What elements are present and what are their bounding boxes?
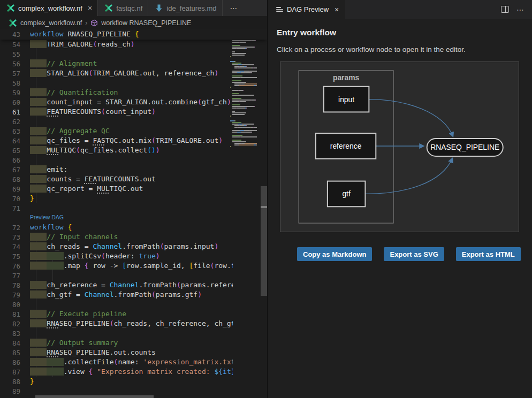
- line-number: 63: [0, 127, 30, 135]
- tab-complex_workflow-nf[interactable]: complex_workflow.nf×: [0, 0, 98, 16]
- code-line-62[interactable]: 62: [0, 117, 267, 126]
- line-number: 71: [0, 204, 30, 212]
- line-number: 84: [0, 339, 30, 347]
- code-line-64[interactable]: 64 qc_files = FASTQC.out.mix(TRIM_GALORE…: [0, 136, 267, 146]
- vertical-scrollbar[interactable]: [261, 186, 267, 296]
- split-editor-icon[interactable]: [501, 6, 509, 13]
- line-number: 64: [0, 137, 30, 145]
- line-number: 86: [0, 358, 30, 366]
- copy-as-markdown-button[interactable]: Copy as Markdown: [297, 247, 372, 261]
- panel-description: Click on a process or workflow node to o…: [277, 45, 523, 53]
- code-line-86[interactable]: 86 .collectFile(name: 'expression_matrix…: [0, 357, 267, 367]
- code-line-80[interactable]: 80: [0, 300, 267, 309]
- code-line-88[interactable]: 88}: [0, 377, 267, 386]
- code-line-72[interactable]: 72workflow {: [0, 223, 267, 232]
- sticky-scroll-line[interactable]: 43workflow RNASEQ_PIPELINE {: [0, 29, 267, 40]
- app-window: complex_workflow.nf×fastqc.nfide_feature…: [0, 0, 532, 398]
- codelens-preview-dag[interactable]: Preview DAG: [0, 213, 267, 223]
- code-line-58[interactable]: 58: [0, 78, 267, 88]
- export-button-row: Copy as Markdown Export as SVG Export as…: [297, 247, 523, 261]
- editor-tab-bar: complex_workflow.nf×fastqc.nfide_feature…: [0, 0, 267, 16]
- code-line-83[interactable]: 83: [0, 328, 267, 338]
- line-number: 85: [0, 349, 30, 357]
- line-number: 78: [0, 281, 30, 289]
- tab-dag-preview[interactable]: DAG Preview ×: [268, 0, 345, 19]
- code-line-60[interactable]: 60 count_input = STAR_ALIGN.out.combine(…: [0, 97, 267, 107]
- more-actions-icon[interactable]: ⋯: [516, 5, 525, 14]
- tab-ide_features-md[interactable]: ide_features.md: [148, 0, 222, 16]
- code-line-57[interactable]: 57 STAR_ALIGN(TRIM_GALORE.out, reference…: [0, 68, 267, 78]
- code-line-82[interactable]: 82 RNASEQ_PIPELINE(ch_reads, ch_referenc…: [0, 319, 267, 328]
- code-line-78[interactable]: 78 ch_reference = Channel.fromPath(param…: [0, 280, 267, 290]
- line-number: 70: [0, 195, 30, 203]
- code-line-65[interactable]: 65 MULTIQC(qc_files.collect()): [0, 146, 267, 155]
- code-line-74[interactable]: 74 ch_reads = Channel.fromPath(params.in…: [0, 242, 267, 251]
- line-number: 73: [0, 233, 30, 241]
- code-line-89[interactable]: 89: [0, 386, 267, 396]
- line-number: 66: [0, 156, 30, 164]
- node-reference-label: reference: [330, 142, 362, 150]
- code-line-69[interactable]: 69 qc_report = MULTIQC.out: [0, 184, 267, 194]
- code-line-79[interactable]: 79 ch_gtf = Channel.fromPath(params.gtf): [0, 290, 267, 300]
- code-line-54[interactable]: 54 TRIM_GALORE(reads_ch): [0, 40, 267, 49]
- line-number: 54: [0, 41, 30, 49]
- code-line-67[interactable]: 67 emit:: [0, 165, 267, 174]
- code-line-56[interactable]: 56 // Alignment: [0, 59, 267, 68]
- code-line-59[interactable]: 59 // Quantification: [0, 88, 267, 97]
- line-number: 87: [0, 368, 30, 376]
- node-reference[interactable]: reference: [316, 133, 376, 159]
- tab-label: fastqc.nf: [116, 4, 142, 12]
- export-as-svg-button[interactable]: Export as SVG: [384, 247, 444, 261]
- tab-fastqc-nf[interactable]: fastqc.nf: [98, 0, 148, 16]
- sticky-line[interactable]: 43workflow RNASEQ_PIPELINE {: [0, 29, 267, 39]
- horizontal-scrollbar[interactable]: [35, 395, 154, 398]
- code-line-76[interactable]: 76 .map { row -> [row.sample_id, [file(r…: [0, 261, 267, 271]
- line-number: 60: [0, 98, 30, 106]
- code-line-81[interactable]: 81 // Execute pipeline: [0, 309, 267, 319]
- code-line-61[interactable]: 61 FEATURECOUNTS(count_input): [0, 107, 267, 117]
- code-line-55[interactable]: 55: [0, 49, 267, 59]
- code-line-73[interactable]: 73 // Input channels: [0, 232, 267, 242]
- node-input[interactable]: input: [324, 87, 369, 112]
- code-line-77[interactable]: 77: [0, 271, 267, 280]
- line-number: 62: [0, 118, 30, 126]
- node-rnaseq-pipeline[interactable]: RNASEQ_PIPELINE: [427, 139, 503, 156]
- code-line-84[interactable]: 84 // Output summary: [0, 338, 267, 348]
- code-line-71[interactable]: 71: [0, 203, 267, 213]
- panel-content: Entry workflow Click on a process or wor…: [268, 19, 532, 270]
- node-gtf[interactable]: gtf: [328, 181, 366, 207]
- code-line-68[interactable]: 68 counts = FEATURECOUNTS.out: [0, 174, 267, 184]
- line-number: 58: [0, 79, 30, 87]
- line-number: 83: [0, 330, 30, 338]
- line-number: 79: [0, 291, 30, 299]
- line-number: 75: [0, 252, 30, 261]
- code-line-70[interactable]: 70}: [0, 194, 267, 203]
- code-line-85[interactable]: 85 RNASEQ_PIPELINE.out.counts: [0, 348, 267, 357]
- breadcrumb-file[interactable]: complex_workflow.nf: [20, 19, 82, 27]
- line-number: 56: [0, 60, 30, 68]
- line-number: 77: [0, 272, 30, 280]
- line-number: 74: [0, 243, 30, 251]
- nextflow-icon: [6, 4, 15, 12]
- panel-tab-close-icon[interactable]: ×: [335, 5, 339, 14]
- code-line-66[interactable]: 66: [0, 155, 267, 165]
- symbol-cube-icon: [90, 19, 98, 27]
- tab-close-icon[interactable]: ×: [88, 4, 92, 12]
- nextflow-icon: [9, 19, 17, 27]
- line-number: 69: [0, 185, 30, 193]
- line-number: 82: [0, 320, 30, 328]
- node-gtf-label: gtf: [342, 189, 351, 198]
- panel-tab-bar: DAG Preview × ⋯: [268, 0, 532, 19]
- export-as-html-button[interactable]: Export as HTML: [456, 247, 521, 261]
- minimap[interactable]: [230, 30, 260, 398]
- code-line-63[interactable]: 63 // Aggregate QC: [0, 126, 267, 136]
- panel-heading: Entry workflow: [277, 28, 523, 37]
- code-lines: 54 TRIM_GALORE(reads_ch)5556 // Alignmen…: [0, 40, 267, 396]
- breadcrumb-symbol[interactable]: workflow RNASEQ_PIPELINE: [101, 19, 191, 27]
- breadcrumb[interactable]: complex_workflow.nf › workflow RNASEQ_PI…: [0, 16, 267, 29]
- tab-overflow-icon[interactable]: ⋯: [223, 0, 246, 16]
- code-viewport: 43workflow RNASEQ_PIPELINE { 54 TRIM_GAL…: [0, 29, 267, 398]
- code-line-75[interactable]: 75 .splitCsv(header: true): [0, 251, 267, 261]
- line-number: 65: [0, 147, 30, 155]
- code-line-87[interactable]: 87 .view { "Expression matrix created: $…: [0, 367, 267, 377]
